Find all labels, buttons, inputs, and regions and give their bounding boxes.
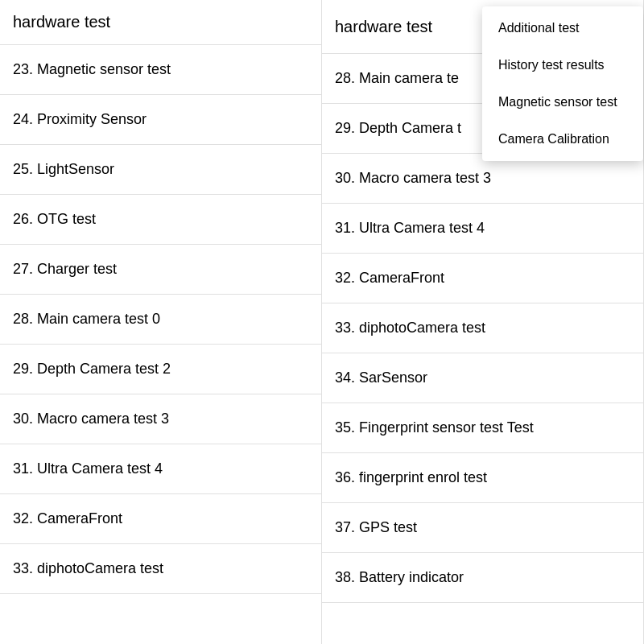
dropdown-menu-item[interactable]: History test results: [482, 47, 643, 84]
left-list-item[interactable]: 33. diphotoCamera test: [0, 544, 321, 594]
left-list-item[interactable]: 25. LightSensor: [0, 145, 321, 195]
left-list-item[interactable]: 24. Proximity Sensor: [0, 95, 321, 145]
dropdown-menu-item[interactable]: Additional test: [482, 10, 643, 47]
right-list-item[interactable]: 34. SarSensor: [322, 353, 643, 403]
right-list-item[interactable]: 32. CameraFront: [322, 254, 643, 303]
dropdown-menu-item[interactable]: Magnetic sensor test: [482, 84, 643, 121]
left-panel-list: 23. Magnetic sensor test24. Proximity Se…: [0, 45, 321, 644]
left-list-item[interactable]: 30. Macro camera test 3: [0, 394, 321, 444]
right-list-item[interactable]: 36. fingerprint enrol test: [322, 453, 643, 503]
left-panel-title: hardware test: [13, 13, 110, 31]
left-list-item[interactable]: 29. Depth Camera test 2: [0, 345, 321, 394]
left-panel-header: hardware test: [0, 0, 321, 45]
right-panel-title: hardware test: [335, 18, 432, 36]
right-list-item[interactable]: 30. Macro camera test 3: [322, 154, 643, 204]
right-list-item[interactable]: 38. Battery indicator: [322, 553, 643, 603]
left-list-item[interactable]: 31. Ultra Camera test 4: [0, 444, 321, 494]
left-list-item[interactable]: 26. OTG test: [0, 195, 321, 245]
dropdown-menu-item[interactable]: Camera Calibration: [482, 121, 643, 158]
dropdown-menu: Additional testHistory test resultsMagne…: [482, 6, 643, 161]
left-list-item[interactable]: 27. Charger test: [0, 245, 321, 295]
right-panel-header-wrapper: hardware test ⋮ Additional testHistory t…: [322, 0, 643, 54]
right-list-item[interactable]: 33. diphotoCamera test: [322, 303, 643, 353]
right-panel: hardware test ⋮ Additional testHistory t…: [322, 0, 644, 644]
left-panel: hardware test 23. Magnetic sensor test24…: [0, 0, 322, 644]
right-list-item[interactable]: 31. Ultra Camera test 4: [322, 204, 643, 254]
left-list-item[interactable]: 32. CameraFront: [0, 494, 321, 544]
right-list-item[interactable]: 35. Fingerprint sensor test Test: [322, 403, 643, 453]
right-list-item[interactable]: 37. GPS test: [322, 503, 643, 553]
left-list-item[interactable]: 28. Main camera test 0: [0, 295, 321, 345]
left-list-item[interactable]: 23. Magnetic sensor test: [0, 45, 321, 95]
